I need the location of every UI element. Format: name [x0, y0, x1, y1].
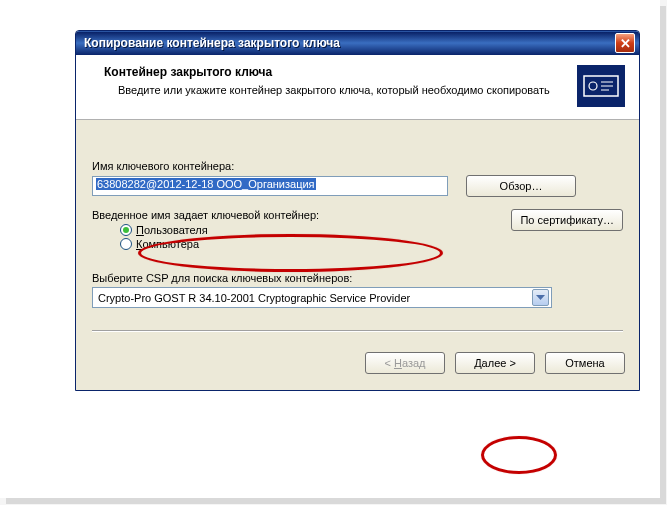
header-title: Контейнер закрытого ключа	[104, 65, 567, 79]
titlebar[interactable]: Копирование контейнера закрытого ключа ✕	[76, 31, 639, 55]
scope-user-label: Пользователя	[136, 224, 208, 236]
container-name-label: Имя ключевого контейнера:	[92, 160, 623, 172]
scope-computer-label: Компьютера	[136, 238, 199, 250]
window-title: Копирование контейнера закрытого ключа	[84, 36, 340, 50]
container-name-input[interactable]: 63808282@2012-12-18 ООО_Организация	[92, 176, 448, 196]
close-icon: ✕	[620, 36, 631, 51]
csp-select[interactable]: Crypto-Pro GOST R 34.10-2001 Cryptograph…	[92, 287, 552, 308]
wizard-footer: < Назад Далее > Отмена	[76, 352, 639, 390]
close-button[interactable]: ✕	[615, 33, 635, 53]
separator	[92, 330, 623, 332]
browse-button[interactable]: Обзор…	[466, 175, 576, 197]
wizard-window: Копирование контейнера закрытого ключа ✕…	[75, 30, 640, 391]
by-certificate-button[interactable]: По сертификату…	[511, 209, 623, 231]
radio-checked-icon	[120, 224, 132, 236]
scope-computer-radio[interactable]: Компьютера	[120, 238, 493, 250]
scope-label: Введенное имя задает ключевой контейнер:	[92, 209, 493, 221]
header-description: Введите или укажите контейнер закрытого …	[104, 83, 567, 98]
next-button[interactable]: Далее >	[455, 352, 535, 374]
scope-radio-group: Пользователя Компьютера	[92, 224, 493, 250]
container-name-value: 63808282@2012-12-18 ООО_Организация	[96, 178, 316, 190]
cancel-button[interactable]: Отмена	[545, 352, 625, 374]
radio-unchecked-icon	[120, 238, 132, 250]
certificate-icon	[577, 65, 625, 107]
scope-user-radio[interactable]: Пользователя	[120, 224, 493, 236]
wizard-body: Имя ключевого контейнера: 63808282@2012-…	[76, 120, 639, 352]
svg-point-1	[589, 82, 597, 90]
csp-value: Crypto-Pro GOST R 34.10-2001 Cryptograph…	[98, 292, 532, 304]
wizard-header: Контейнер закрытого ключа Введите или ук…	[76, 55, 639, 120]
csp-label: Выберите CSP для поиска ключевых контейн…	[92, 272, 623, 284]
back-button: < Назад	[365, 352, 445, 374]
chevron-down-icon	[532, 289, 549, 306]
